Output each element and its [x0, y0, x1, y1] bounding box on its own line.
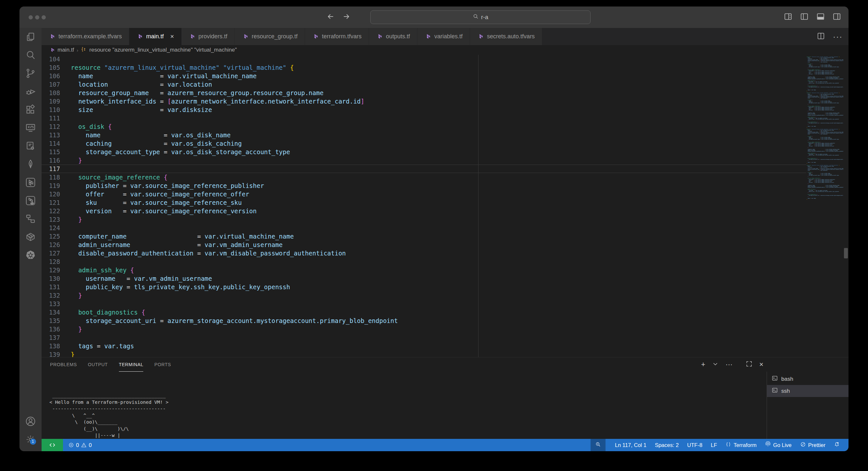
window-controls[interactable] — [29, 6, 46, 28]
code-line-137[interactable]: 137 — [41, 333, 848, 342]
status-item-utf-8[interactable]: UTF-8 — [683, 439, 707, 451]
status-item-spaces-2[interactable]: Spaces: 2 — [651, 439, 683, 451]
editor-tab-secrets.auto.tfvars[interactable]: secrets.auto.tfvars — [470, 28, 542, 45]
code-line-133[interactable]: 133 — [41, 300, 848, 308]
code-line-127[interactable]: 127 disable_password_authentication = va… — [41, 249, 848, 258]
code-line-130[interactable]: 130 username = var.vm_admin_username — [41, 274, 848, 283]
code-line-120[interactable]: 120 offer = var.source_image_reference_o… — [41, 190, 848, 198]
status-item-terraform[interactable]: Terraform — [721, 439, 761, 451]
container-icon[interactable] — [20, 228, 41, 246]
remote-explorer-icon[interactable] — [20, 119, 41, 137]
code-line-111[interactable]: 111 — [41, 114, 848, 122]
code-line-113[interactable]: 113 name = var.os_disk_name — [41, 131, 848, 139]
launch-profile-dropdown-icon[interactable] — [712, 360, 719, 369]
remote-indicator[interactable] — [41, 439, 63, 451]
panel-tab-terminal[interactable]: TERMINAL — [119, 358, 144, 372]
status-item-bell[interactable] — [830, 439, 844, 451]
terminal-instance-bash[interactable]: bash — [767, 373, 848, 385]
toggle-primary-sidebar-icon[interactable] — [800, 12, 809, 23]
editor-tab-resource_group.tf[interactable]: resource_group.tf — [235, 28, 305, 45]
zoom-window-button[interactable] — [41, 15, 46, 20]
views-and-more-actions-icon[interactable]: ··· — [725, 360, 733, 369]
code-line-104[interactable]: 104 — [41, 55, 848, 63]
code-line-108[interactable]: 108 resource_group_name = azurerm_resour… — [41, 89, 848, 97]
problems-status[interactable]: 0 0 — [68, 442, 92, 448]
editor-scrollbar[interactable] — [844, 248, 848, 258]
code-line-105[interactable]: 105resource "azurerm_linux_virtual_machi… — [41, 63, 848, 72]
code-line-106[interactable]: 106 name = var.virtual_machine_name — [41, 72, 848, 80]
split-editor-icon[interactable] — [817, 32, 825, 41]
breadcrumb-file[interactable]: main.tf — [58, 47, 74, 53]
code-line-117[interactable]: 117 — [41, 165, 848, 173]
code-line-128[interactable]: 128 — [41, 258, 848, 266]
minimap[interactable]: resource "azurerm_linux_virtual_machine"… — [807, 56, 843, 357]
code-line-114[interactable]: 114 caching = var.os_disk_caching — [41, 139, 848, 148]
editor-tab-variables.tf[interactable]: variables.tf — [417, 28, 470, 45]
go-forward-icon[interactable] — [342, 12, 350, 22]
run-and-debug-icon[interactable] — [20, 82, 41, 101]
terraform-cloud-icon[interactable] — [20, 192, 41, 210]
status-item-prettier[interactable]: Prettier — [796, 439, 830, 451]
new-terminal-icon[interactable]: + — [701, 360, 705, 369]
maximize-panel-icon[interactable] — [746, 360, 753, 369]
terminal-instance-ssh[interactable]: ssh — [767, 385, 848, 397]
go-back-icon[interactable] — [327, 12, 335, 22]
code-line-125[interactable]: 125 computer_name = var.virtual_machine_… — [41, 232, 848, 240]
code-line-132[interactable]: 132 } — [41, 291, 848, 300]
status-item-ln-117-col-1[interactable]: Ln 117, Col 1 — [611, 439, 651, 451]
code-line-136[interactable]: 136 } — [41, 325, 848, 333]
code-line-124[interactable]: 124 — [41, 224, 848, 232]
code-line-112[interactable]: 112 os_disk { — [41, 122, 848, 131]
code-line-122[interactable]: 122 version = var.source_image_reference… — [41, 207, 848, 215]
code-line-123[interactable]: 123 } — [41, 215, 848, 224]
code-line-115[interactable]: 115 storage_account_type = var.os_disk_s… — [41, 148, 848, 156]
breadcrumb-symbol[interactable]: resource "azurerm_linux_virtual_machine"… — [89, 47, 237, 53]
accounts-icon[interactable] — [20, 412, 41, 430]
editor-tab-terraform.tfvars[interactable]: terraform.tfvars — [305, 28, 369, 45]
code-line-119[interactable]: 119 publisher = var.source_image_referen… — [41, 181, 848, 190]
editor-tab-terraform.example.tfvars[interactable]: terraform.example.tfvars — [41, 28, 129, 45]
code-editor[interactable]: 104105resource "azurerm_linux_virtual_ma… — [41, 55, 848, 357]
command-center-search[interactable]: r-a — [370, 10, 591, 24]
customize-layout-icon[interactable] — [783, 12, 793, 23]
search-icon[interactable] — [20, 46, 41, 64]
extensions-icon[interactable] — [20, 101, 41, 119]
editor-tab-main.tf[interactable]: main.tf× — [129, 28, 182, 45]
source-control-icon[interactable] — [20, 64, 41, 82]
panel-tab-output[interactable]: OUTPUT — [88, 358, 108, 372]
code-line-135[interactable]: 135 storage_account_uri = azurerm_storag… — [41, 316, 848, 325]
code-line-107[interactable]: 107 location = var.location — [41, 80, 848, 89]
close-window-button[interactable] — [29, 15, 33, 20]
status-item-go-live[interactable]: Go Live — [761, 439, 796, 451]
code-line-139[interactable]: 139} — [41, 350, 848, 357]
panel-tab-problems[interactable]: PROBLEMS — [50, 358, 77, 372]
kubernetes-icon[interactable] — [20, 246, 41, 264]
panel-tab-ports[interactable]: PORTS — [154, 358, 171, 372]
diagram-icon[interactable] — [20, 210, 41, 228]
code-line-131[interactable]: 131 public_key = tls_private_key.ssh_key… — [41, 283, 848, 291]
status-item-lf[interactable]: LF — [707, 439, 721, 451]
mongodb-icon[interactable] — [20, 155, 41, 173]
code-line-121[interactable]: 121 sku = var.source_image_reference_sku — [41, 198, 848, 207]
code-line-116[interactable]: 116 } — [41, 156, 848, 165]
editor-tab-providers.tf[interactable]: providers.tf — [182, 28, 235, 45]
toggle-secondary-sidebar-icon[interactable] — [832, 12, 841, 23]
settings-gear-icon[interactable]: 1 — [20, 430, 41, 448]
status-item-zoom[interactable] — [591, 439, 606, 451]
terraform-icon[interactable] — [20, 173, 41, 192]
close-panel-icon[interactable]: × — [759, 360, 764, 369]
code-line-134[interactable]: 134 boot_diagnostics { — [41, 308, 848, 316]
explorer-icon[interactable] — [20, 28, 41, 46]
breadcrumb[interactable]: main.tf › resource "azurerm_linux_virtua… — [41, 45, 848, 55]
code-line-129[interactable]: 129 admin_ssh_key { — [41, 266, 848, 274]
code-line-118[interactable]: 118 source_image_reference { — [41, 173, 848, 181]
more-actions-icon[interactable]: ··· — [833, 32, 843, 41]
minimize-window-button[interactable] — [35, 15, 39, 20]
code-line-126[interactable]: 126 admin_username = var.vm_admin_userna… — [41, 240, 848, 249]
code-line-109[interactable]: 109 network_interface_ids = [azurerm_net… — [41, 97, 848, 105]
code-gear-icon[interactable] — [20, 137, 41, 155]
toggle-panel-icon[interactable] — [816, 12, 825, 23]
code-line-138[interactable]: 138 tags = var.tags — [41, 342, 848, 350]
editor-tab-outputs.tf[interactable]: outputs.tf — [369, 28, 417, 45]
close-tab-icon[interactable]: × — [170, 33, 174, 40]
